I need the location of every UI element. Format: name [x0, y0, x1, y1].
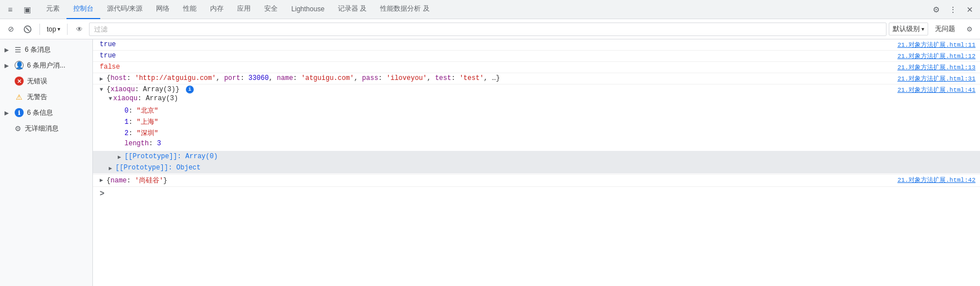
log-source-1[interactable]: 21.对象方法扩展.html:11 [867, 40, 980, 50]
log-value-6: {name: '尚硅谷'} [106, 176, 167, 185]
prompt-gt: > [100, 189, 104, 198]
dock-icon[interactable]: ≡ [2, 2, 18, 17]
length-colon: : [149, 140, 157, 148]
expand-btn-proto-array[interactable]: ▶ [118, 153, 122, 160]
tab-lighthouse[interactable]: Lighthouse [284, 0, 331, 19]
sidebar-item-errors[interactable]: ✕ 无错误 [0, 73, 92, 89]
log-entry-2: true 21.对象方法扩展.html:12 [93, 51, 980, 62]
expand-btn-xiaoqu[interactable]: ▼ [109, 95, 113, 102]
log-value-2: true [100, 52, 116, 60]
sidebar-warnings-label: 无警告 [27, 92, 47, 102]
ban-icon[interactable]: ⊘ [3, 22, 18, 37]
tab-elements[interactable]: 元素 [39, 0, 66, 19]
tab-perf-insights[interactable]: 性能数据分析 及 [373, 0, 436, 19]
sidebar-item-all[interactable]: ▶ ☰ 6 条消息 [0, 42, 92, 57]
log-left-6: ▶ {name: '尚硅谷'} [93, 175, 867, 186]
sidebar-item-warnings[interactable]: ⚠ 无警告 [0, 89, 92, 105]
val-1: "上海" [137, 118, 158, 126]
console-toolbar: ⊘ top ▾ 👁 默认级别 ▾ 无问题 ⚙ [0, 19, 980, 39]
main-area: ▶ ☰ 6 条消息 ▶ 👤 6 条用户消... ✕ 无错误 ⚠ 无警告 ▶ ℹ … [0, 39, 980, 286]
log-value-5: {xiaoqu: Array(3)} i [106, 86, 194, 93]
prototype-array-row: ▶ [[Prototype]]: Array(0) [93, 151, 980, 162]
expand-arrow-info: ▶ [5, 110, 11, 116]
more-icon[interactable]: ⋮ [945, 2, 961, 17]
sidebar: ▶ ☰ 6 条消息 ▶ 👤 6 条用户消... ✕ 无错误 ⚠ 无警告 ▶ ℹ … [0, 39, 93, 286]
log-value-3: false [100, 63, 120, 71]
level-label: 默认级别 [893, 24, 920, 34]
log-source-4[interactable]: 21.对象方法扩展.html:31 [867, 74, 980, 83]
level-selector[interactable]: 默认级别 ▾ [889, 23, 928, 35]
tab-network[interactable]: 网络 [149, 0, 176, 19]
no-issues-button[interactable]: 无问题 [930, 23, 960, 35]
context-label: top [47, 25, 56, 33]
toolbar-divider-2 [67, 24, 68, 35]
array-item-1: 1: "上海" [93, 117, 980, 128]
tab-performance[interactable]: 性能 [176, 0, 203, 19]
xiaoqu-label: xiaoqu [113, 95, 137, 102]
settings-icon[interactable]: ⚙ [928, 2, 944, 17]
log-source-5[interactable]: 21.对象方法扩展.html:41 [867, 85, 980, 95]
log-left-2: true [93, 51, 867, 61]
log-left-3: false [93, 62, 867, 72]
log-entry-5-header: ▼ {xiaoqu: Array(3)} i 21.对象方法扩展.html:41 [93, 85, 980, 95]
level-chevron-icon: ▾ [921, 26, 924, 32]
xiaoqu-type: Array(3) [146, 95, 179, 102]
sidebar-item-verbose[interactable]: ⚙ 无详细消息 [0, 120, 92, 136]
expand-btn-4[interactable]: ▶ [100, 74, 104, 82]
sidebar-info-label: 6 条信息 [27, 108, 53, 118]
tab-sources[interactable]: 源代码/来源 [100, 0, 149, 19]
user-icon: 👤 [15, 61, 24, 70]
context-selector[interactable]: top ▾ [44, 24, 63, 34]
no-issues-label: 无问题 [935, 24, 955, 34]
log-source-6[interactable]: 21.对象方法扩展.html:42 [867, 175, 980, 186]
layout-icon[interactable]: ▣ [19, 2, 35, 17]
colon-0: : [128, 107, 136, 115]
tab-recorder[interactable]: 记录器 及 [331, 0, 373, 19]
eye-icon[interactable]: 👁 [72, 22, 87, 37]
expand-btn-proto-obj[interactable]: ▶ [109, 164, 113, 172]
tab-application[interactable]: 应用 [230, 0, 257, 19]
colon-1: : [128, 118, 136, 126]
console-prompt-line[interactable]: > [93, 187, 980, 200]
tab-security[interactable]: 安全 [257, 0, 284, 19]
sidebar-verbose-label: 无详细消息 [25, 124, 59, 133]
expand-btn-5[interactable]: ▼ [100, 86, 104, 93]
expand-btn-6[interactable]: ▶ [100, 176, 104, 184]
console-settings-icon[interactable]: ⚙ [962, 22, 977, 37]
chevron-down-icon: ▾ [57, 26, 60, 32]
sidebar-item-user[interactable]: ▶ 👤 6 条用户消... [0, 57, 92, 73]
colon-2: : [128, 129, 136, 137]
sidebar-item-info[interactable]: ▶ ℹ 6 条信息 [0, 105, 92, 120]
clear-icon[interactable] [20, 22, 35, 37]
tab-console[interactable]: 控制台 [66, 0, 100, 19]
expand-arrow-all: ▶ [5, 47, 11, 53]
info-badge-5[interactable]: i [186, 86, 194, 93]
log-source-2[interactable]: 21.对象方法扩展.html:12 [867, 51, 980, 61]
xiaoqu-colon: : [137, 95, 145, 102]
all-messages-icon: ☰ [15, 46, 21, 54]
console-log-area: true 21.对象方法扩展.html:11 true 21.对象方法扩展.ht… [93, 39, 980, 286]
filter-input[interactable] [89, 23, 887, 36]
expand-arrow-user: ▶ [5, 62, 11, 69]
top-tab-bar: ≡ ▣ 元素 控制台 源代码/来源 网络 性能 内存 应用 安全 Lightho… [0, 0, 980, 19]
sidebar-user-label: 6 条用户消... [27, 61, 65, 70]
tab-memory[interactable]: 内存 [203, 0, 230, 19]
val-2: "深圳" [137, 129, 158, 137]
prototype-array-label: [[Prototype]]: Array(0) [124, 153, 218, 160]
sidebar-errors-label: 无错误 [27, 77, 47, 86]
log-value-1: true [100, 41, 116, 48]
log-source-3[interactable]: 21.对象方法扩展.html:13 [867, 62, 980, 72]
log-left-4: ▶ {host: 'http://atguigu.com', port: 330… [93, 74, 867, 83]
log-entry-1: true 21.对象方法扩展.html:11 [93, 39, 980, 51]
info-icon: ℹ [15, 108, 24, 117]
top-right-icons: ⚙ ⋮ ✕ [928, 2, 978, 17]
array-length: length: 3 [93, 140, 980, 151]
length-val: 3 [157, 140, 161, 148]
log-value-4: {host: 'http://atguigu.com', port: 33060… [106, 74, 500, 82]
array-item-2: 2: "深圳" [93, 128, 980, 140]
log-entry-3: false 21.对象方法扩展.html:13 [93, 62, 980, 73]
prototype-object-row: ▶ [[Prototype]]: Object [93, 162, 980, 173]
log-entry-4: ▶ {host: 'http://atguigu.com', port: 330… [93, 73, 980, 84]
close-icon[interactable]: ✕ [962, 2, 978, 17]
error-icon: ✕ [15, 77, 24, 86]
